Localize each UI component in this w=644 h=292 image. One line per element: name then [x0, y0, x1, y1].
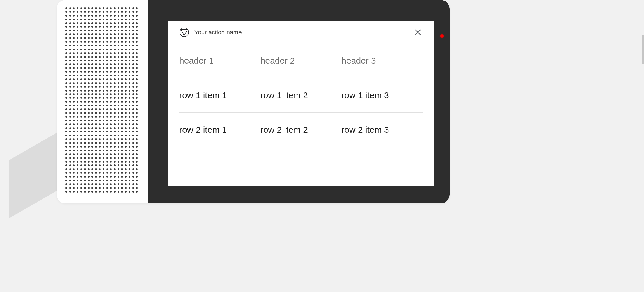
action-name-label: Your action name	[194, 29, 408, 36]
recording-indicator-icon	[440, 34, 444, 38]
table-row: row 1 item 1 row 1 item 2 row 1 item 3	[179, 78, 423, 113]
page-scrollbar[interactable]	[642, 35, 644, 64]
device-stand-shadow	[9, 130, 61, 218]
table-cell: row 2 item 1	[179, 125, 260, 135]
action-card: Your action name header 1 header 2 heade…	[168, 21, 434, 186]
card-header: Your action name	[168, 21, 434, 44]
table-cell: row 2 item 3	[341, 125, 423, 135]
column-header: header 2	[260, 56, 342, 66]
device-screen: Your action name header 1 header 2 heade…	[148, 0, 450, 203]
table-header-row: header 1 header 2 header 3	[179, 44, 423, 78]
close-button[interactable]	[413, 28, 423, 37]
close-icon	[414, 29, 421, 36]
table-cell: row 1 item 3	[341, 90, 423, 100]
table-cell: row 2 item 2	[260, 125, 342, 135]
data-table: header 1 header 2 header 3 row 1 item 1 …	[168, 44, 434, 186]
table-cell: row 1 item 1	[179, 90, 260, 100]
smart-display-device: Your action name header 1 header 2 heade…	[57, 0, 450, 203]
table-row: row 2 item 1 row 2 item 2 row 2 item 3	[179, 113, 423, 147]
column-header: header 1	[179, 56, 260, 66]
table-cell: row 1 item 2	[260, 90, 342, 100]
column-header: header 3	[341, 56, 423, 66]
speaker-grille	[57, 0, 148, 203]
app-logo-icon	[179, 27, 189, 37]
